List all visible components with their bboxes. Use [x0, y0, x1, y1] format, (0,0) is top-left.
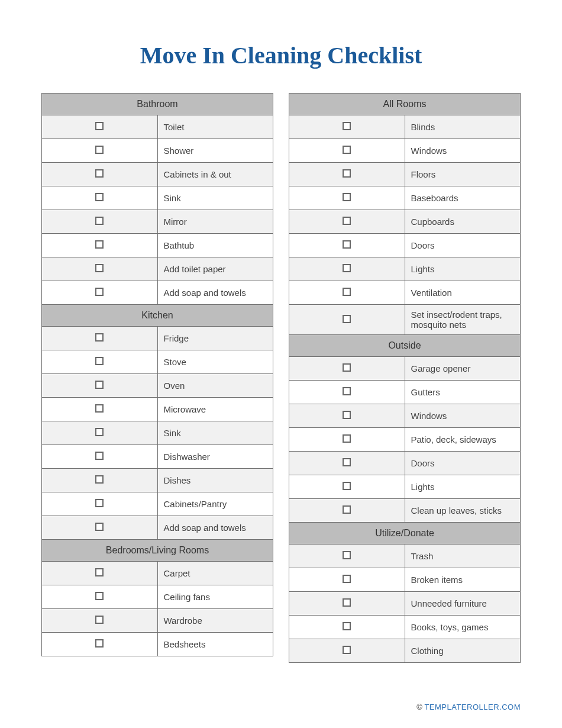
- checkbox-cell: [42, 281, 158, 305]
- checkbox[interactable]: [343, 434, 351, 443]
- right-table: All RoomsBlindsWindowsFloorsBaseboardsCu…: [289, 93, 521, 663]
- checkbox[interactable]: [343, 240, 351, 249]
- checkbox-cell: [289, 499, 405, 523]
- checkbox[interactable]: [95, 499, 104, 507]
- left-column: BathroomToiletShowerCabinets in & outSin…: [41, 93, 273, 663]
- checklist-item-label: Wardrobe: [157, 609, 273, 633]
- checkbox[interactable]: [95, 217, 104, 225]
- section-header: Outside: [289, 335, 521, 357]
- checkbox[interactable]: [343, 598, 351, 607]
- checkbox[interactable]: [343, 264, 351, 272]
- checklist-item-label: Floors: [405, 163, 521, 186]
- checkbox[interactable]: [95, 452, 104, 460]
- checkbox[interactable]: [343, 387, 351, 395]
- checklist-item-label: Clothing: [405, 639, 521, 663]
- checklist-item-label: Microwave: [157, 398, 273, 421]
- checklist-item-label: Dishwasher: [157, 445, 273, 469]
- checklist-row: Blinds: [289, 115, 521, 139]
- checkbox-cell: [42, 445, 158, 469]
- checkbox[interactable]: [343, 193, 351, 201]
- checkbox-cell: [42, 585, 158, 609]
- checkbox-cell: [42, 234, 158, 257]
- checkbox[interactable]: [95, 240, 104, 249]
- footer: © TEMPLATEROLLER.COM: [416, 703, 521, 711]
- checklist-row: Set insect/rodent traps, mosquito nets: [289, 305, 521, 335]
- checklist-item-label: Cupboards: [405, 210, 521, 234]
- checklist-row: Fridge: [42, 327, 273, 350]
- checkbox-cell: [289, 404, 405, 428]
- footer-link[interactable]: TEMPLATEROLLER.COM: [424, 703, 521, 711]
- checkbox[interactable]: [343, 217, 351, 225]
- checkbox[interactable]: [95, 264, 104, 272]
- checkbox[interactable]: [343, 505, 351, 514]
- checkbox-cell: [289, 616, 405, 639]
- checklist-row: Add soap and towels: [42, 281, 273, 305]
- checkbox-cell: [42, 163, 158, 186]
- checkbox[interactable]: [343, 622, 351, 630]
- checklist-row: Broken items: [289, 568, 521, 592]
- left-table: BathroomToiletShowerCabinets in & outSin…: [41, 93, 273, 656]
- checkbox[interactable]: [95, 404, 104, 413]
- checklist-row: Bedsheets: [42, 633, 273, 656]
- checklist-item-label: Sink: [157, 186, 273, 210]
- checklist-item-label: Patio, deck, sideways: [405, 428, 521, 452]
- checkbox[interactable]: [95, 381, 104, 389]
- checkbox-cell: [42, 257, 158, 281]
- checkbox-cell: [289, 210, 405, 234]
- checkbox-cell: [42, 115, 158, 139]
- checklist-row: Oven: [42, 374, 273, 398]
- checklist-row: Clean up leaves, sticks: [289, 499, 521, 523]
- checkbox-cell: [42, 350, 158, 374]
- checkbox[interactable]: [343, 169, 351, 178]
- checklist-item-label: Add soap and towels: [157, 281, 273, 305]
- checkbox[interactable]: [95, 616, 104, 624]
- checkbox-cell: [289, 115, 405, 139]
- checkbox-cell: [42, 492, 158, 516]
- checkbox[interactable]: [343, 646, 351, 654]
- checklist-row: Carpet: [42, 562, 273, 585]
- checklist-row: Bathtub: [42, 234, 273, 257]
- checkbox[interactable]: [95, 122, 104, 130]
- checklist-item-label: Baseboards: [405, 186, 521, 210]
- checkbox-cell: [289, 186, 405, 210]
- checklist-item-label: Clean up leaves, sticks: [405, 499, 521, 523]
- checklist-row: Add soap and towels: [42, 516, 273, 540]
- checkbox[interactable]: [343, 315, 351, 323]
- checkbox[interactable]: [343, 551, 351, 559]
- checkbox-cell: [42, 421, 158, 445]
- checkbox[interactable]: [95, 333, 104, 342]
- checkbox[interactable]: [95, 428, 104, 436]
- checklist-item-label: Dishes: [157, 469, 273, 492]
- checkbox-cell: [289, 381, 405, 404]
- checkbox[interactable]: [95, 193, 104, 201]
- checkbox-cell: [42, 562, 158, 585]
- checkbox-cell: [289, 568, 405, 592]
- checkbox-cell: [42, 210, 158, 234]
- checkbox[interactable]: [343, 363, 351, 372]
- checkbox[interactable]: [95, 475, 104, 484]
- checkbox[interactable]: [343, 288, 351, 296]
- checkbox[interactable]: [95, 639, 104, 648]
- checklist-row: Ceiling fans: [42, 585, 273, 609]
- checkbox-cell: [289, 452, 405, 475]
- checklist-row: Gutters: [289, 381, 521, 404]
- checkbox-cell: [289, 163, 405, 186]
- checkbox[interactable]: [343, 458, 351, 466]
- checkbox[interactable]: [95, 357, 104, 365]
- checkbox[interactable]: [95, 169, 104, 178]
- checkbox[interactable]: [343, 122, 351, 130]
- checklist-item-label: Ceiling fans: [157, 585, 273, 609]
- right-column: All RoomsBlindsWindowsFloorsBaseboardsCu…: [289, 93, 521, 663]
- checklist-row: Shower: [42, 139, 273, 163]
- checkbox[interactable]: [95, 288, 104, 296]
- checkbox[interactable]: [343, 575, 351, 583]
- checklist-item-label: Lights: [405, 475, 521, 499]
- checkbox[interactable]: [95, 568, 104, 576]
- checkbox[interactable]: [343, 411, 351, 419]
- checkbox[interactable]: [343, 482, 351, 490]
- checkbox[interactable]: [95, 146, 104, 154]
- checkbox[interactable]: [95, 592, 104, 600]
- checkbox-cell: [289, 234, 405, 257]
- checkbox[interactable]: [95, 523, 104, 531]
- checkbox[interactable]: [343, 146, 351, 154]
